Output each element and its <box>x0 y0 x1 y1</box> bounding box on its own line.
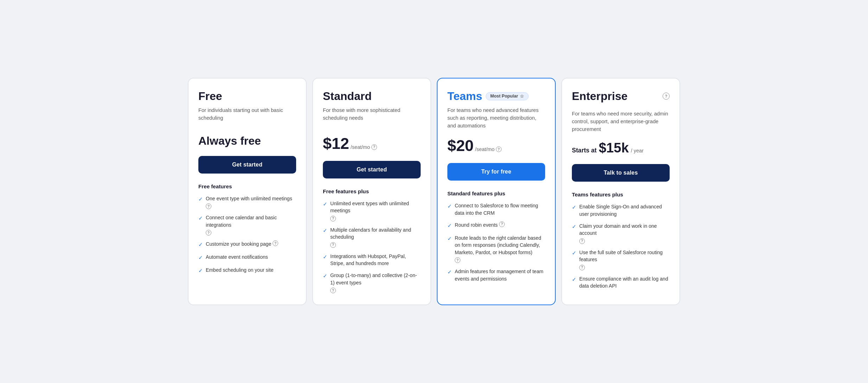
info-icon[interactable]: ? <box>496 146 502 152</box>
list-item: ✓ Automate event notifications <box>198 253 296 262</box>
free-cta-button[interactable]: Get started <box>198 156 296 174</box>
info-icon[interactable]: ? <box>206 203 211 209</box>
enterprise-cta-button[interactable]: Talk to sales <box>572 164 670 182</box>
plan-title-row-teams: Teams Most Popular ☆ <box>447 90 545 103</box>
list-item: ✓ Enable Single Sign-On and advanced use… <box>572 203 670 218</box>
info-icon[interactable]: ? <box>273 240 278 246</box>
list-item: ✓ Group (1-to-many) and collective (2-on… <box>323 272 421 293</box>
most-popular-badge: Most Popular ☆ <box>486 92 529 100</box>
check-icon: ✓ <box>198 254 203 262</box>
plan-title-free: Free <box>198 90 222 103</box>
feature-text: Group (1-to-many) and collective (2-on-1… <box>330 272 421 293</box>
plan-title-row-enterprise: Enterprise <box>572 90 627 103</box>
plan-card-free: Free For individuals starting out with b… <box>188 78 307 305</box>
info-icon[interactable]: ? <box>330 216 336 221</box>
plan-card-standard: Standard For those with more sophisticat… <box>312 78 431 305</box>
check-icon: ✓ <box>323 227 327 234</box>
teams-feature-list: ✓ Connect to Salesforce to flow meeting … <box>447 202 545 282</box>
price-starts-label: Starts at <box>572 147 596 154</box>
list-item: ✓ Admin features for management of team … <box>447 268 545 282</box>
list-item: ✓ Connect one calendar and basic integra… <box>198 214 296 236</box>
feature-text: Multiple calendars for availability and … <box>330 226 421 248</box>
check-icon: ✓ <box>447 268 452 276</box>
info-icon[interactable]: ? <box>330 288 336 293</box>
list-item: ✓ Round robin events ? <box>447 221 545 230</box>
info-icon[interactable]: ? <box>579 238 585 244</box>
standard-features-label: Free features plus <box>323 188 421 194</box>
feature-text: Round robin events ? <box>455 221 505 228</box>
check-icon: ✓ <box>323 200 327 208</box>
list-item: ✓ Multiple calendars for availability an… <box>323 226 421 248</box>
check-icon: ✓ <box>198 267 203 275</box>
list-item: ✓ Claim your domain and work in one acco… <box>572 222 670 244</box>
plan-title-teams: Teams <box>447 90 482 103</box>
price-suffix-standard: /seat/mo ? <box>351 144 377 150</box>
check-icon: ✓ <box>198 195 203 203</box>
price-amount-teams: $20 <box>447 137 474 155</box>
price-amount-enterprise: $15k <box>599 140 628 156</box>
price-suffix-enterprise: / year <box>631 148 644 153</box>
check-icon: ✓ <box>198 241 203 249</box>
check-icon: ✓ <box>572 203 576 211</box>
plan-title-row-free: Free <box>198 90 296 103</box>
plan-title-standard: Standard <box>323 90 372 103</box>
standard-feature-list: ✓ Unlimited event types with unlimited m… <box>323 200 421 293</box>
list-item: ✓ Unlimited event types with unlimited m… <box>323 200 421 221</box>
check-icon: ✓ <box>572 276 576 283</box>
feature-text: Use the full suite of Salesforce routing… <box>579 249 670 270</box>
teams-cta-button[interactable]: Try for free <box>447 163 545 181</box>
list-item: ✓ Integrations with Hubspot, PayPal, Str… <box>323 253 421 267</box>
check-icon: ✓ <box>323 253 327 261</box>
plan-title-row-standard: Standard <box>323 90 421 103</box>
info-icon[interactable]: ? <box>499 221 505 227</box>
plan-card-teams: Teams Most Popular ☆ For teams who need … <box>437 78 556 305</box>
info-icon[interactable]: ? <box>206 230 211 236</box>
feature-text: Customize your booking page ? <box>206 240 278 247</box>
teams-features-label: Standard features plus <box>447 190 545 196</box>
feature-text: One event type with unlimited meetings ? <box>206 195 296 209</box>
price-amount-standard: $12 <box>323 134 349 152</box>
check-icon: ✓ <box>198 214 203 222</box>
info-icon[interactable]: ? <box>330 242 336 248</box>
info-icon[interactable]: ? <box>371 144 377 150</box>
list-item: ✓ Route leads to the right calendar base… <box>447 234 545 263</box>
plan-description-enterprise: For teams who need more security, admin … <box>572 110 670 133</box>
feature-text: Claim your domain and work in one accoun… <box>579 222 670 244</box>
pricing-grid: Free For individuals starting out with b… <box>188 78 680 305</box>
star-icon: ☆ <box>520 94 524 99</box>
price-row-teams: $20 /seat/mo ? <box>447 137 545 155</box>
price-row-standard: $12 /seat/mo ? <box>323 134 421 152</box>
always-free-price: Always free <box>198 134 296 147</box>
info-icon[interactable]: ? <box>455 257 460 263</box>
plan-description-teams: For teams who need advanced features suc… <box>447 106 545 130</box>
check-icon: ✓ <box>323 272 327 280</box>
list-item: ✓ Ensure compliance with an audit log an… <box>572 275 670 290</box>
list-item: ✓ Use the full suite of Salesforce routi… <box>572 249 670 270</box>
check-icon: ✓ <box>447 202 452 210</box>
plan-card-enterprise: Enterprise ? For teams who need more sec… <box>561 78 680 305</box>
free-feature-list: ✓ One event type with unlimited meetings… <box>198 195 296 275</box>
check-icon: ✓ <box>447 222 452 230</box>
standard-cta-button[interactable]: Get started <box>323 161 421 178</box>
check-icon: ✓ <box>572 249 576 257</box>
enterprise-header: Enterprise ? <box>572 90 670 106</box>
feature-text: Unlimited event types with unlimited mee… <box>330 200 421 221</box>
list-item: ✓ Customize your booking page ? <box>198 240 296 249</box>
feature-text: Connect one calendar and basic integrati… <box>206 214 296 236</box>
info-icon[interactable]: ? <box>579 265 585 270</box>
plan-description-standard: For those with more sophisticated schedu… <box>323 106 421 127</box>
free-features-label: Free features <box>198 183 296 189</box>
list-item: ✓ Embed scheduling on your site <box>198 266 296 275</box>
check-icon: ✓ <box>447 235 452 243</box>
enterprise-title-block: Enterprise <box>572 90 627 106</box>
enterprise-features-label: Teams features plus <box>572 192 670 197</box>
enterprise-feature-list: ✓ Enable Single Sign-On and advanced use… <box>572 203 670 289</box>
plan-title-enterprise: Enterprise <box>572 90 627 103</box>
enterprise-info-icon[interactable]: ? <box>663 93 670 100</box>
feature-text: Route leads to the right calendar based … <box>455 234 545 263</box>
price-row-enterprise: Starts at $15k / year <box>572 140 670 156</box>
plan-description-free: For individuals starting out with basic … <box>198 106 296 127</box>
list-item: ✓ One event type with unlimited meetings… <box>198 195 296 209</box>
check-icon: ✓ <box>572 223 576 231</box>
list-item: ✓ Connect to Salesforce to flow meeting … <box>447 202 545 216</box>
